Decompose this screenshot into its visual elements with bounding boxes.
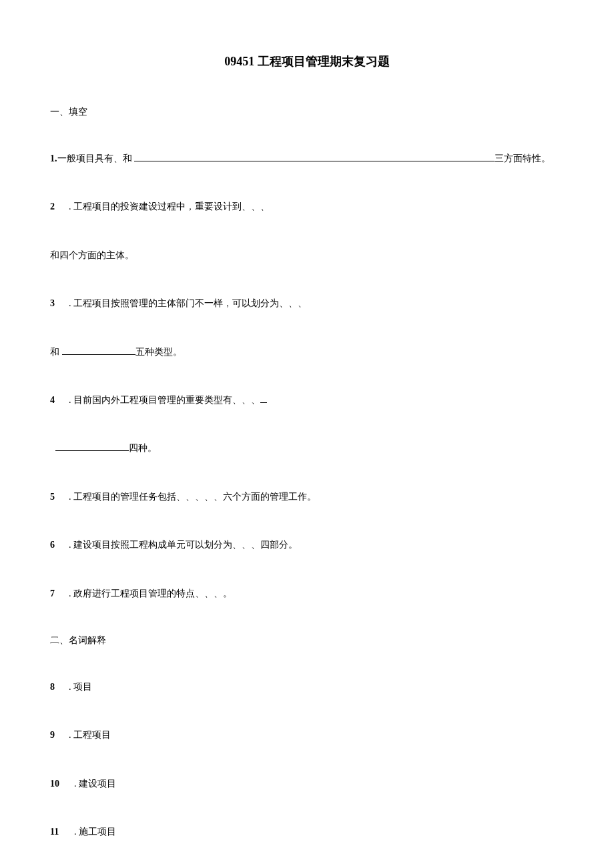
section-1-heading: 一、填空 bbox=[50, 106, 564, 118]
question-8: 8 . 项目 bbox=[50, 680, 564, 695]
q7-text: . 政府进行工程项目管理的特点、、、。 bbox=[69, 586, 232, 601]
question-3-sub: 和 五种类型。 bbox=[50, 345, 564, 360]
q8-num: 8 bbox=[50, 680, 62, 695]
question-5: 5 . 工程项目的管理任务包括、、、、、六个方面的管理工作。 bbox=[50, 490, 564, 504]
q1-text-b: 三方面特性。 bbox=[495, 153, 551, 163]
q10-num: 10 bbox=[50, 777, 67, 791]
q10-text: . 建设项目 bbox=[74, 777, 116, 791]
q5-text: . 工程项目的管理任务包括、、、、、六个方面的管理工作。 bbox=[69, 490, 316, 504]
q8-text: . 项目 bbox=[69, 680, 92, 695]
q2-num: 2 bbox=[50, 199, 62, 214]
q2-text: . 工程项目的投资建设过程中，重要设计到、、、 bbox=[69, 199, 270, 214]
question-7: 7 . 政府进行工程项目管理的特点、、、。 bbox=[50, 586, 564, 601]
question-3: 3 . 工程项目按照管理的主体部门不一样，可以划分为、、、 bbox=[50, 296, 564, 311]
q3-num: 3 bbox=[50, 296, 62, 311]
blank-line bbox=[55, 442, 129, 451]
question-10: 10 . 建设项目 bbox=[50, 777, 564, 791]
q9-num: 9 bbox=[50, 728, 62, 743]
question-6: 6 . 建设项目按照工程构成单元可以划分为、、、四部分。 bbox=[50, 538, 564, 552]
q3-sub-b: 五种类型。 bbox=[135, 347, 182, 357]
q1-num: 1. bbox=[50, 153, 57, 163]
page-title: 09451 工程项目管理期末复习题 bbox=[50, 53, 564, 69]
q3-sub-a: 和 bbox=[50, 347, 62, 357]
question-2: 2 . 工程项目的投资建设过程中，重要设计到、、、 bbox=[50, 199, 564, 214]
question-9: 9 . 工程项目 bbox=[50, 728, 564, 743]
q5-num: 5 bbox=[50, 490, 62, 504]
q4-sub-b: 四种。 bbox=[129, 443, 157, 453]
question-4: 4 . 目前国内外工程项目管理的重要类型有、、、 bbox=[50, 393, 564, 408]
q4-text: . 目前国内外工程项目管理的重要类型有、、、 bbox=[69, 393, 260, 408]
q11-text: . 施工项目 bbox=[74, 825, 116, 839]
question-11: 11 . 施工项目 bbox=[50, 825, 564, 839]
blank-line bbox=[62, 346, 135, 355]
q4-num: 4 bbox=[50, 393, 62, 408]
blank-line bbox=[134, 152, 495, 161]
q6-num: 6 bbox=[50, 538, 62, 552]
q6-text: . 建设项目按照工程构成单元可以划分为、、、四部分。 bbox=[69, 538, 298, 552]
q3-text: . 工程项目按照管理的主体部门不一样，可以划分为、、、 bbox=[69, 296, 307, 311]
question-4-sub: 四种。 bbox=[55, 441, 564, 456]
q1-text-a: 一般项目具有、和 bbox=[57, 153, 135, 163]
question-2-sub: 和四个方面的主体。 bbox=[50, 248, 564, 263]
q7-num: 7 bbox=[50, 586, 62, 601]
question-1: 1.一般项目具有、和 三方面特性。 bbox=[50, 151, 564, 166]
q9-text: . 工程项目 bbox=[69, 728, 111, 743]
q11-num: 11 bbox=[50, 825, 67, 839]
section-2-heading: 二、名词解释 bbox=[50, 634, 564, 646]
blank-line bbox=[260, 394, 267, 403]
